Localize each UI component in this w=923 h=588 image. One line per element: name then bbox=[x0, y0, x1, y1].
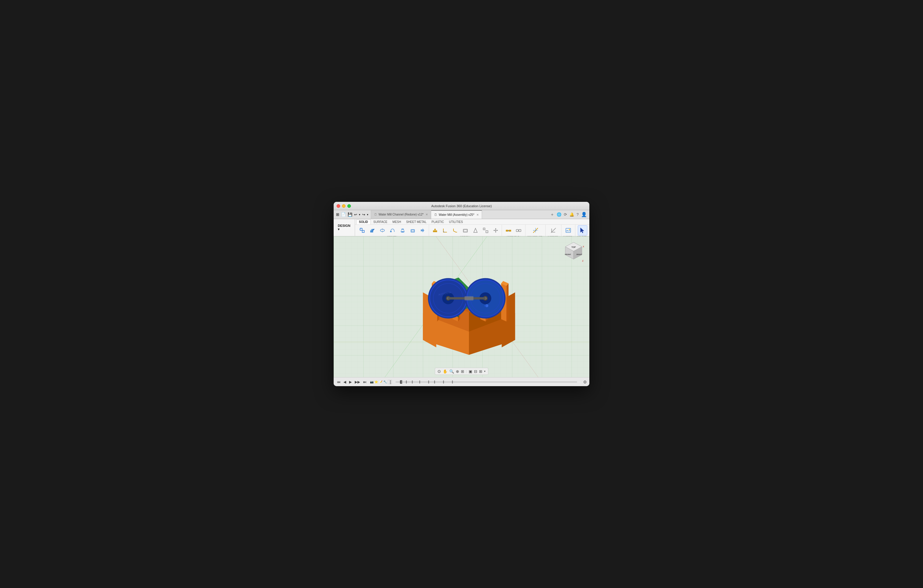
main-area: AUTODESK bbox=[333, 237, 590, 386]
extrude-button[interactable] bbox=[368, 225, 377, 235]
select-button[interactable] bbox=[578, 225, 587, 235]
svg-point-30 bbox=[508, 230, 509, 231]
svg-rect-39 bbox=[566, 228, 571, 232]
tab-surface[interactable]: SURFACE bbox=[371, 220, 390, 224]
redo-history-icon[interactable]: ▾ bbox=[367, 213, 368, 216]
design-button[interactable]: DESIGN ▾ bbox=[333, 219, 355, 236]
zoom-icon[interactable]: 🔍 bbox=[449, 369, 454, 374]
shell-button[interactable] bbox=[408, 225, 417, 235]
tab-1[interactable]: 🗒 Water Mill Channel (Redone) v12* ✕ bbox=[371, 210, 431, 219]
svg-text:X: X bbox=[583, 246, 584, 248]
orbit-icon[interactable]: ⊙ bbox=[437, 369, 441, 374]
timeline: ⏮ ◀ ▶ ▶▶ ⏭ 📷 ⭐ 📝 🔧 ▐ bbox=[333, 377, 590, 386]
display-mode-icon[interactable]: ▣ bbox=[469, 369, 472, 374]
svg-rect-98 bbox=[465, 296, 473, 300]
help-icon[interactable]: ? bbox=[576, 212, 579, 217]
new-tab-button[interactable]: ＋ bbox=[550, 212, 554, 217]
timeline-feature-1-icon[interactable]: 🔧 bbox=[383, 380, 387, 383]
sync-icon[interactable]: ⟳ bbox=[564, 212, 567, 217]
svg-rect-0 bbox=[360, 228, 362, 230]
notification-icon[interactable]: 🔔 bbox=[570, 212, 574, 217]
svg-text:RIGHT: RIGHT bbox=[576, 254, 582, 255]
view-options-icon[interactable]: ⊞ bbox=[479, 369, 482, 374]
sweep-button[interactable] bbox=[388, 225, 397, 235]
timeline-prev-button[interactable]: ◀ bbox=[343, 379, 347, 384]
loft-button[interactable] bbox=[398, 225, 407, 235]
svg-rect-29 bbox=[509, 230, 511, 232]
fillet-button[interactable] bbox=[440, 225, 450, 235]
tab-mesh[interactable]: MESH bbox=[390, 220, 404, 224]
tab-2-close[interactable]: ✕ bbox=[476, 213, 479, 217]
scale-button[interactable] bbox=[481, 225, 490, 235]
new-component-button[interactable] bbox=[357, 225, 367, 235]
svg-rect-21 bbox=[483, 228, 485, 230]
view-cube-container[interactable]: TOP FRONT RIGHT X Z bbox=[563, 241, 585, 264]
shell-modify-button[interactable] bbox=[461, 225, 470, 235]
chamfer-button[interactable] bbox=[450, 225, 460, 235]
svg-marker-40 bbox=[566, 230, 571, 231]
toolbar: DESIGN ▾ SOLID SURFACE MESH SHEET METAL … bbox=[333, 219, 590, 237]
traffic-lights bbox=[337, 204, 351, 208]
insert-image-button[interactable] bbox=[563, 225, 573, 235]
window-title: Autodesk Fusion 360 (Education License) bbox=[431, 204, 492, 208]
svg-rect-1 bbox=[362, 230, 364, 232]
grid-icon[interactable]: ⊞ bbox=[336, 212, 339, 217]
grid-visibility-icon[interactable]: ⊟ bbox=[474, 369, 477, 374]
view-options-dropdown[interactable]: ▾ bbox=[484, 370, 486, 373]
timeline-next-button[interactable]: ▶▶ bbox=[354, 379, 361, 384]
timeline-script-icon[interactable]: 📝 bbox=[379, 380, 383, 383]
tab-plastic[interactable]: PLASTIC bbox=[429, 220, 446, 224]
model-svg: AUTODESK bbox=[406, 254, 531, 363]
timeline-position-icon[interactable]: ▐ bbox=[388, 380, 392, 384]
online-status-icon: 🌐 bbox=[557, 212, 562, 217]
tab-1-close[interactable]: ✕ bbox=[425, 213, 428, 216]
viewport[interactable]: AUTODESK bbox=[333, 237, 590, 377]
tab-solid[interactable]: SOLID bbox=[356, 219, 371, 225]
timeline-track[interactable] bbox=[396, 381, 577, 383]
maximize-window-button[interactable] bbox=[347, 204, 351, 208]
timeline-snapshot-icon[interactable]: 📷 bbox=[370, 380, 373, 383]
profile-icon[interactable]: 👤 bbox=[581, 212, 587, 217]
timeline-marker-5 bbox=[428, 381, 429, 383]
pan-icon[interactable]: ✋ bbox=[443, 369, 448, 374]
move-button[interactable] bbox=[491, 225, 501, 235]
rigid-group-button[interactable] bbox=[514, 225, 523, 235]
timeline-settings-button[interactable]: ⚙ bbox=[583, 379, 587, 384]
close-window-button[interactable] bbox=[337, 204, 340, 208]
joint-button[interactable] bbox=[504, 225, 513, 235]
redo-icon[interactable]: ↪ bbox=[362, 213, 365, 217]
svg-point-100 bbox=[484, 305, 486, 307]
new-file-icon[interactable]: 📄 bbox=[341, 212, 346, 217]
tab-2[interactable]: 🗒 Water Mill (Assembly) v25* ✕ bbox=[431, 210, 482, 219]
construct-button[interactable] bbox=[531, 225, 540, 235]
svg-rect-19 bbox=[464, 230, 467, 232]
svg-marker-20 bbox=[474, 228, 477, 232]
svg-marker-17 bbox=[434, 228, 436, 230]
svg-marker-24 bbox=[495, 228, 496, 229]
svg-marker-67 bbox=[506, 283, 509, 321]
combine-button[interactable] bbox=[418, 225, 428, 235]
zoom-window-icon[interactable]: ⊞ bbox=[461, 369, 464, 374]
timeline-star-icon[interactable]: ⭐ bbox=[374, 380, 378, 383]
undo-history-icon[interactable]: ▾ bbox=[359, 213, 360, 216]
svg-point-11 bbox=[402, 229, 404, 230]
svg-rect-4 bbox=[370, 231, 373, 232]
title-bar: Autodesk Fusion 360 (Education License) bbox=[333, 202, 590, 210]
view-cube-svg: TOP FRONT RIGHT X Z bbox=[563, 241, 585, 263]
tab-utilities[interactable]: UTILITIES bbox=[447, 220, 465, 224]
revolve-button[interactable] bbox=[378, 225, 387, 235]
timeline-start-button[interactable]: ⏮ bbox=[336, 379, 342, 384]
fit-icon[interactable]: ⊕ bbox=[456, 369, 459, 374]
svg-line-23 bbox=[485, 230, 486, 231]
save-icon[interactable]: 💾 bbox=[348, 212, 352, 217]
tab-sheet-metal[interactable]: SHEET METAL bbox=[404, 220, 429, 224]
inspect-button[interactable]: ←→ bbox=[549, 225, 558, 235]
timeline-end-button[interactable]: ⏭ bbox=[362, 379, 368, 384]
undo-icon[interactable]: ↩ bbox=[354, 213, 357, 217]
minimize-window-button[interactable] bbox=[342, 204, 345, 208]
timeline-marker-1 bbox=[401, 381, 402, 383]
timeline-play-button[interactable]: ▶ bbox=[348, 379, 353, 384]
draft-button[interactable] bbox=[471, 225, 480, 235]
svg-rect-28 bbox=[506, 230, 508, 232]
press-pull-button[interactable] bbox=[430, 225, 440, 235]
